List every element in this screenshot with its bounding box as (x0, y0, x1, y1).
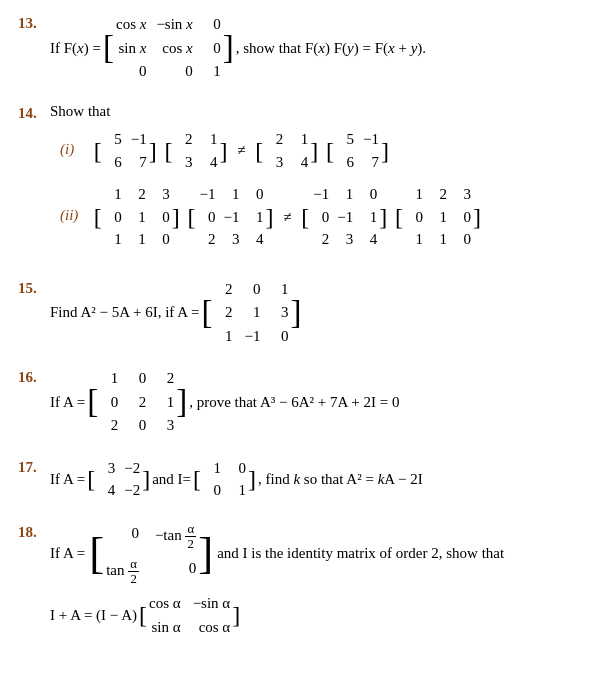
p13-bracket-right: ] (223, 31, 234, 64)
grid: −1 1 0 0 −1 1 2 3 4 (198, 183, 264, 251)
cell: 3 (453, 183, 471, 206)
grid: 1 2 3 0 1 0 1 1 0 (104, 183, 170, 251)
cell: 2 (214, 301, 232, 324)
bracket: [ (89, 531, 104, 576)
cell: 0 (156, 60, 192, 83)
bracket: ] (232, 603, 240, 627)
cell: 0 (203, 13, 221, 36)
problem-17: 17. If A = [ 3 −2 4 −2 ] and I= [ 1 0 (18, 454, 585, 505)
grid: cos α −sin α sin α cos α (149, 592, 230, 639)
p18-matrix: [ 0 −tan α 2 tan α 2 (89, 522, 213, 586)
cell: −sin x (156, 13, 192, 36)
frac-alpha-2: α 2 (185, 522, 196, 551)
cell: 0 (270, 325, 288, 348)
cell: 0 (453, 228, 471, 251)
bracket: ] (149, 139, 157, 163)
p16-text-before: If A = (50, 391, 85, 414)
problem-num-13: 13. (18, 10, 50, 35)
bracket: [ (301, 205, 309, 229)
cell: cos α (149, 592, 181, 615)
cell: 1 (214, 325, 232, 348)
p14-ii: (ii) [ 1 2 3 0 1 0 1 1 0 ] [ (60, 183, 585, 251)
bracket: ] (176, 385, 187, 418)
p17-mat-b: [ 1 0 0 1 ] (193, 457, 256, 502)
grid: 3 −2 4 −2 (97, 457, 140, 502)
bracket: ] (310, 139, 318, 163)
cell: 5 (336, 128, 354, 151)
cell: 1 (104, 228, 122, 251)
bracket: ] (248, 467, 256, 491)
cell: 2 (429, 183, 447, 206)
cell: 0 (246, 183, 264, 206)
cell: 0 (405, 206, 423, 229)
problem-17-content: If A = [ 3 −2 4 −2 ] and I= [ 1 0 0 1 (50, 454, 585, 505)
p17-text-mid: and I= (152, 468, 191, 491)
cell: 3 (152, 183, 170, 206)
cell: 1 (222, 183, 240, 206)
cell: 0 (152, 228, 170, 251)
problem-num-18: 18. (18, 519, 50, 544)
frac-alpha-2b: α 2 (128, 557, 139, 586)
cell: 4 (290, 151, 308, 174)
cell: −1 (361, 128, 379, 151)
cell: 1 (228, 479, 246, 502)
cell: 0 (106, 522, 139, 551)
p18-result-row: I + A = (I − A) [ cos α −sin α sin α cos… (50, 592, 585, 639)
cell: 0 (155, 557, 196, 586)
cell: 2 (100, 414, 118, 437)
cell: 0 (359, 183, 377, 206)
bracket: [ (326, 139, 334, 163)
cell: 0 (203, 37, 221, 60)
bracket: [ (255, 139, 263, 163)
cell: 6 (336, 151, 354, 174)
p18-text-before: If A = (50, 542, 85, 565)
grid: 0 −tan α 2 tan α 2 (106, 522, 196, 586)
bracket: [ (87, 385, 98, 418)
problem-14-content: Show that (i) [ 5 −1 6 7 ] [ 2 1 3 (50, 100, 585, 261)
cell: sin α (149, 616, 181, 639)
cell: 1 (246, 206, 264, 229)
bracket: [ (395, 205, 403, 229)
bracket: ] (266, 205, 274, 229)
cell: 3 (175, 151, 193, 174)
cell: 6 (104, 151, 122, 174)
bracket: [ (165, 139, 173, 163)
problem-13-content: If F(x) = [ cos x −sin x 0 sin x cos x 0… (50, 10, 585, 86)
problem-13: 13. If F(x) = [ cos x −sin x 0 sin x cos… (18, 10, 585, 86)
cell: 2 (214, 278, 232, 301)
cell: 3 (335, 228, 353, 251)
cell: cos x (156, 37, 192, 60)
cell: 0 (104, 206, 122, 229)
cell: −1 (242, 325, 260, 348)
grid: −1 1 0 0 −1 1 2 3 4 (311, 183, 377, 251)
p14-ii-mat-c: [ −1 1 0 0 −1 1 2 3 4 ] (301, 183, 387, 251)
grid: 1 0 2 0 2 1 2 0 3 (100, 367, 174, 437)
problem-15: 15. Find A² − 5A + 6I, if A = [ 2 0 1 2 … (18, 275, 585, 351)
cell: 1 (200, 128, 218, 151)
bracket: [ (87, 467, 95, 491)
cell: −2 (122, 479, 140, 502)
grid: 1 0 0 1 (203, 457, 246, 502)
cell: 2 (156, 367, 174, 390)
frac-num: α (128, 557, 139, 572)
bracket: [ (94, 139, 102, 163)
cell: 7 (129, 151, 147, 174)
problem-14: 14. Show that (i) [ 5 −1 6 7 ] [ 2 1 (18, 100, 585, 261)
cell: 4 (246, 228, 264, 251)
problem-num-17: 17. (18, 454, 50, 479)
p14-i-mat-b: [ 2 1 3 4 ] (165, 128, 228, 173)
cell: 0 (116, 60, 146, 83)
cell: −tan α 2 (155, 522, 196, 551)
problem-num-16: 16. (18, 364, 50, 389)
p14-i-mat-a: [ 5 −1 6 7 ] (94, 128, 157, 173)
cell: 1 (104, 183, 122, 206)
p14-roman-i: (i) (60, 138, 88, 161)
problem-15-content: Find A² − 5A + 6I, if A = [ 2 0 1 2 1 3 … (50, 275, 585, 351)
cell: 4 (200, 151, 218, 174)
problem-16-content: If A = [ 1 0 2 0 2 1 2 0 3 ] , prove tha… (50, 364, 585, 440)
p14-show-that: Show that (50, 100, 585, 123)
cell: 1 (359, 206, 377, 229)
neq-ii: ≠ (283, 209, 291, 225)
cell: −1 (311, 183, 329, 206)
p15-row: Find A² − 5A + 6I, if A = [ 2 0 1 2 1 3 … (50, 278, 585, 348)
